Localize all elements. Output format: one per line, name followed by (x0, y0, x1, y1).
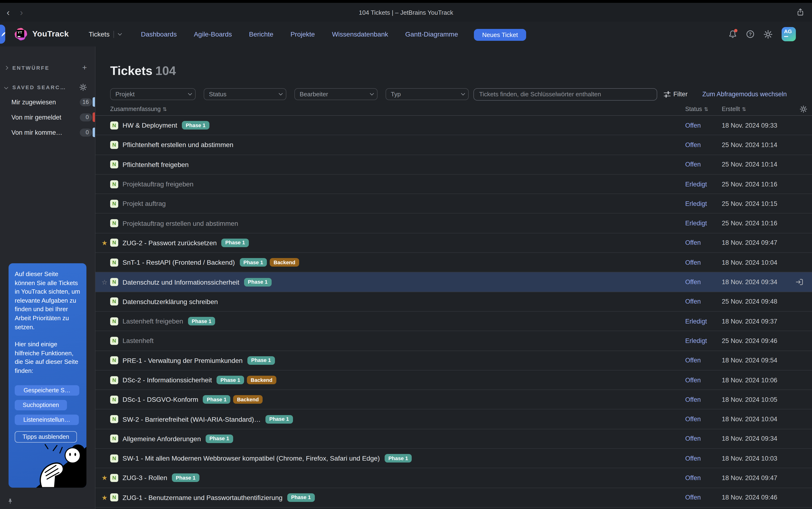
open-ticket-icon[interactable] (795, 278, 804, 286)
tag-backend[interactable]: Backend (247, 376, 276, 384)
ticket-summary[interactable]: ZUG-2 - Passwort zurücksetzen (123, 239, 217, 247)
new-ticket-button[interactable]: Neues Ticket (474, 29, 526, 41)
tag-backend[interactable]: Backend (270, 258, 299, 267)
ticket-status[interactable]: Offen (685, 259, 701, 266)
tag-phase-1[interactable]: Phase 1 (206, 435, 233, 443)
table-row[interactable]: N Lastenheft freigeben Phase 1 Erledigt … (95, 312, 812, 331)
table-row[interactable]: N Pflichtenheft erstellen und abstimmen … (95, 135, 812, 155)
sidebar-section-drafts[interactable]: ENTWÜRFE + (0, 61, 95, 74)
table-row[interactable]: N Projektauftrag erstellen und abstimmen… (95, 214, 812, 233)
saved-searches-gear-icon[interactable] (79, 83, 87, 91)
search-input[interactable] (473, 88, 657, 100)
table-row[interactable]: N SnT-1 - RestAPI (Frontend / Backend) P… (95, 253, 812, 273)
table-settings-gear-icon[interactable] (800, 105, 807, 113)
sidebar-feather-tab[interactable] (0, 25, 5, 44)
table-row[interactable]: ★ N ZUG-3 - Rollen Phase 1 Offen 18 Nov.… (95, 469, 812, 488)
column-summary[interactable]: Zusammenfassung⇅ (110, 106, 167, 112)
ticket-summary[interactable]: ZUG-1 - Benutzername und Passwortauthent… (123, 494, 283, 501)
tag-phase-1[interactable]: Phase 1 (217, 376, 244, 384)
sidebar-item[interactable]: Von mir gemeldet0 (0, 110, 95, 125)
nav-link-berichte[interactable]: Berichte (249, 30, 274, 38)
ticket-status[interactable]: Offen (685, 435, 701, 442)
table-row[interactable]: N PRE-1 - Verwaltung der Premiumkunden P… (95, 351, 812, 371)
ticket-status[interactable]: Offen (685, 357, 701, 364)
tag-phase-1[interactable]: Phase 1 (240, 258, 267, 267)
share-icon[interactable] (796, 8, 804, 16)
history-back-icon[interactable]: ‹ (7, 8, 10, 17)
sidebar-item[interactable]: Mir zugewiesen16 (0, 94, 95, 110)
ticket-status[interactable]: Offen (685, 455, 701, 462)
youtrack-logo[interactable]: YT (15, 28, 27, 40)
ticket-summary[interactable]: DSc-2 - Informationssicherheit (123, 376, 212, 384)
filter-dropdown-projekt[interactable]: Projekt (110, 88, 196, 100)
history-forward-icon[interactable]: › (20, 8, 23, 17)
tag-phase-1[interactable]: Phase 1 (266, 415, 293, 423)
tooltip-button[interactable]: Gespeicherte S… (15, 385, 79, 396)
tag-phase-1[interactable]: Phase 1 (221, 239, 249, 247)
ticket-summary[interactable]: Lastenheft (123, 337, 154, 345)
sidebar-section-saved-searches[interactable]: SAVED SEARC… (0, 81, 95, 94)
ticket-status[interactable]: Erledigt (685, 219, 707, 227)
ticket-summary[interactable]: Projekt auftrag (123, 200, 166, 207)
ticket-summary[interactable]: DSc-1 - DSGVO-Konform (123, 396, 198, 403)
table-row[interactable]: N Projektauftrag freigeben Erledigt 25 N… (95, 175, 812, 194)
ticket-summary[interactable]: Allgemeine Anforderungen (123, 435, 201, 443)
pin-sidebar-icon[interactable] (7, 498, 14, 505)
table-row[interactable]: N Projekt auftrag Erledigt 25 Nov. 2024 … (95, 194, 812, 214)
ticket-status[interactable]: Offen (685, 278, 701, 285)
ticket-summary[interactable]: Projektauftrag freigeben (123, 180, 193, 188)
ticket-status[interactable]: Offen (685, 494, 701, 501)
nav-link-dashboards[interactable]: Dashboards (141, 30, 177, 38)
tag-phase-1[interactable]: Phase 1 (172, 474, 199, 482)
nav-link-gantt-diagramme[interactable]: Gantt-Diagramme (405, 30, 458, 38)
ticket-summary[interactable]: Pflichtenheft freigeben (123, 161, 189, 168)
tooltip-button[interactable]: Suchoptionen (15, 400, 67, 410)
tickets-menu[interactable]: Tickets (89, 30, 121, 38)
table-row[interactable]: N SW-2 - Barrierefreiheit (WAI-ARIA-Stan… (95, 410, 812, 429)
table-row[interactable]: ☆ N Datenschutz und Informationssicherhe… (95, 273, 812, 292)
ticket-summary[interactable]: Lastenheft freigeben (123, 317, 183, 325)
ticket-status[interactable]: Offen (685, 161, 701, 168)
star-icon[interactable]: ☆ (100, 278, 109, 286)
ticket-status[interactable]: Offen (685, 122, 701, 129)
star-icon[interactable]: ★ (100, 239, 109, 247)
user-avatar[interactable]: AG (782, 27, 796, 41)
tag-phase-1[interactable]: Phase 1 (287, 493, 315, 502)
settings-gear-icon[interactable] (763, 30, 773, 39)
table-row[interactable]: ★ N ZUG-2 - Passwort zurücksetzen Phase … (95, 233, 812, 253)
nav-link-wissensdatenbank[interactable]: Wissensdatenbank (332, 30, 388, 38)
ticket-status[interactable]: Offen (685, 376, 701, 383)
ticket-summary[interactable]: Pflichtenheft erstellen und abstimmen (123, 141, 233, 149)
table-row[interactable]: N SW-1 - Mit allen Modernen Webbrowser k… (95, 449, 812, 469)
ticket-summary[interactable]: Projektauftrag erstellen und abstimmen (123, 219, 238, 227)
ticket-status[interactable]: Offen (685, 396, 701, 403)
ticket-summary[interactable]: SW-2 - Barrierefreiheit (WAI-ARIA-Standa… (123, 415, 261, 423)
ticket-status[interactable]: Offen (685, 474, 701, 481)
ticket-summary[interactable]: Datenschutz und Informationssicherheit (123, 278, 239, 286)
table-row[interactable]: N Datenschutzerklärung schreiben Offen 2… (95, 292, 812, 312)
filter-dropdown-status[interactable]: Status (204, 88, 286, 100)
switch-query-mode-link[interactable]: Zum Abfragemodus wechseln (702, 91, 787, 98)
table-row[interactable]: N Pflichtenheft freigeben Offen 25 Nov. … (95, 155, 812, 175)
tag-phase-1[interactable]: Phase 1 (188, 317, 215, 326)
table-row[interactable]: N Lastenheft Erledigt 25 Nov. 2024 09:46 (95, 331, 812, 351)
ticket-summary[interactable]: SW-1 - Mit allen Modernen Webbrowser kom… (123, 454, 380, 462)
ticket-status[interactable]: Erledigt (685, 180, 707, 188)
ticket-status[interactable]: Erledigt (685, 317, 707, 325)
tooltip-button[interactable]: Listeneinstellun… (15, 414, 79, 425)
ticket-summary[interactable]: Datenschutzerklärung schreiben (123, 298, 218, 305)
tag-phase-1[interactable]: Phase 1 (385, 454, 412, 463)
table-row[interactable]: N HW & Deployment Phase 1 Offen 18 Nov. … (95, 116, 812, 135)
table-row[interactable]: N DSc-1 - DSGVO-Konform Phase 1Backend O… (95, 390, 812, 410)
ticket-status[interactable]: Erledigt (685, 200, 707, 207)
sidebar-item[interactable]: Von mir komme…0 (0, 125, 95, 140)
tag-phase-1[interactable]: Phase 1 (247, 356, 275, 365)
ticket-status[interactable]: Offen (685, 239, 701, 246)
dismiss-tips-button[interactable]: Tipps ausblenden (15, 431, 77, 442)
nav-link-projekte[interactable]: Projekte (290, 30, 315, 38)
ticket-status[interactable]: Offen (685, 298, 701, 305)
ticket-summary[interactable]: PRE-1 - Verwaltung der Premiumkunden (123, 357, 243, 364)
ticket-summary[interactable]: HW & Deployment (123, 122, 177, 129)
ticket-status[interactable]: Offen (685, 141, 701, 148)
column-status[interactable]: Status⇅ (685, 106, 708, 112)
